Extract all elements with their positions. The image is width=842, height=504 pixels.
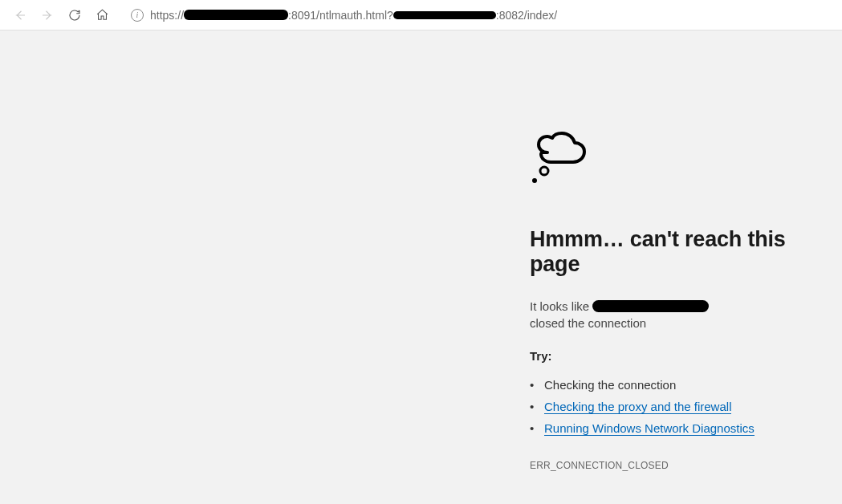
page-content: Hmmm… can't reach this page It looks lik… <box>0 30 842 504</box>
error-title: Hmmm… can't reach this page <box>530 227 827 277</box>
try-list: Checking the connection Checking the pro… <box>530 374 827 439</box>
home-button[interactable] <box>88 2 116 29</box>
network-diagnostics-link[interactable]: Running Windows Network Diagnostics <box>544 421 755 436</box>
try-label: Try: <box>530 349 827 363</box>
refresh-button[interactable] <box>61 2 88 29</box>
refresh-icon <box>67 8 82 22</box>
browser-toolbar: i https:// :8091/ntlmauth.html? :8082/in… <box>0 0 842 30</box>
proxy-firewall-link[interactable]: Checking the proxy and the firewall <box>544 400 731 414</box>
redacted-segment <box>184 10 288 20</box>
arrow-left-icon <box>13 8 27 22</box>
svg-point-0 <box>540 167 548 175</box>
error-description: It looks like closed the connection <box>530 299 827 330</box>
url-text: https:// :8091/ntlmauth.html? :8082/inde… <box>150 9 557 22</box>
svg-point-1 <box>532 178 537 183</box>
back-button[interactable] <box>6 2 34 29</box>
site-info-icon[interactable]: i <box>131 9 144 22</box>
redacted-host <box>592 300 709 312</box>
thought-cloud-icon <box>530 131 588 187</box>
home-icon <box>96 8 109 22</box>
redacted-segment <box>393 11 496 19</box>
address-bar[interactable]: i https:// :8091/ntlmauth.html? :8082/in… <box>124 3 836 27</box>
error-code: ERR_CONNECTION_CLOSED <box>530 460 827 471</box>
list-item: Running Windows Network Diagnostics <box>530 417 827 439</box>
forward-button[interactable] <box>34 2 61 29</box>
try-check-connection: Checking the connection <box>544 378 676 392</box>
list-item: Checking the proxy and the firewall <box>530 396 827 417</box>
error-panel: Hmmm… can't reach this page It looks lik… <box>530 131 827 504</box>
arrow-right-icon <box>40 8 55 22</box>
list-item: Checking the connection <box>530 374 827 396</box>
